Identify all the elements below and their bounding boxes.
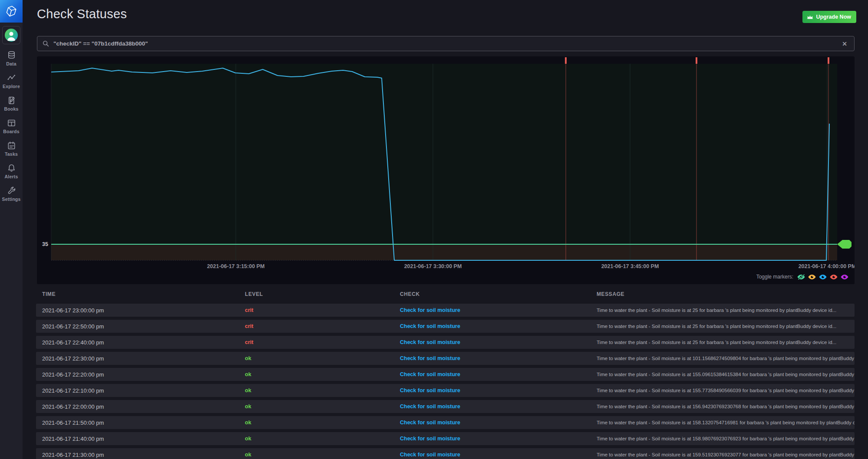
event-message: Time to water the plant - Soil moisture … [597,452,855,457]
event-message: Time to water the plant - Soil moisture … [597,436,855,441]
sidebar-item-label: Alerts [5,174,18,179]
event-message: Time to water the plant - Soil moisture … [597,340,855,345]
event-level-badge: ok [245,403,400,410]
event-message: Time to water the plant - Soil moisture … [597,420,855,425]
sidebar-item-label: Boards [3,129,19,134]
column-header-message: MESSAGE [597,291,855,297]
sidebar-item-label: Tasks [5,151,18,157]
crit-event-marker-tick[interactable] [696,57,697,64]
sidebar-item-books[interactable]: Books [0,95,23,111]
event-level-badge: crit [245,339,400,345]
table-row: 2021-06-17 22:30:00 pmokCheck for soil m… [36,352,855,365]
column-header-check: CHECK [400,291,597,297]
event-level-badge: ok [245,371,400,377]
check-link[interactable]: Check for soil moisture [400,403,597,410]
crown-icon [807,14,813,20]
table-row: 2021-06-17 22:20:00 pmokCheck for soil m… [36,368,855,381]
check-link[interactable]: Check for soil moisture [400,420,597,426]
sidebar-item-tasks[interactable]: Tasks [0,141,23,157]
table-row: 2021-06-17 22:00:00 pmokCheck for soil m… [36,400,855,413]
table-row: 2021-06-17 22:10:00 pmokCheck for soil m… [36,384,855,397]
search-input[interactable]: "checkID" == "07b1cdffda38b000" [53,40,840,47]
table-row: 2021-06-17 21:30:00 pmokCheck for soil m… [36,448,855,459]
event-level-badge: crit [245,323,400,329]
event-message: Time to water the plant - Soil moisture … [597,308,855,313]
x-axis-tick-label: 2021-06-17 4:00:00 PM [799,263,855,269]
check-link[interactable]: Check for soil moisture [400,307,597,313]
event-level-badge: crit [245,307,400,313]
x-axis-tick-label: 2021-06-17 3:15:00 PM [207,263,265,269]
user-avatar[interactable] [2,26,20,44]
sidebar-nav: DataExploreBooksBoardsTasksAlertsSetting… [0,50,23,208]
toggle-markers-label: Toggle markers: [756,274,793,280]
sidebar-item-boards[interactable]: Boards [0,118,23,134]
table-header: TIMELEVELCHECKMESSAGE [36,288,855,301]
search-bar[interactable]: "checkID" == "07b1cdffda38b000" ✕ [37,36,855,51]
sidebar-item-alerts[interactable]: Alerts [0,163,23,179]
ok-marker-eye-icon[interactable] [797,274,805,280]
event-message: Time to water the plant - Soil moisture … [597,372,855,377]
crit-event-marker-tick[interactable] [565,57,567,64]
sidebar-item-explore[interactable]: Explore [0,73,23,89]
event-time: 2021-06-17 22:20:00 pm [42,371,245,378]
event-time: 2021-06-17 22:10:00 pm [42,387,245,394]
threshold-handle[interactable] [837,240,851,249]
event-time: 2021-06-17 21:40:00 pm [42,436,245,442]
upgrade-now-button[interactable]: Upgrade Now [802,11,856,23]
status-history-chart[interactable]: 352021-06-17 3:15:00 PM2021-06-17 3:30:0… [37,56,855,284]
event-time: 2021-06-17 21:50:00 pm [42,420,245,426]
check-statuses-page: { "header": { "title": "Check Statuses",… [0,0,868,459]
table-row: 2021-06-17 22:50:00 pmcritCheck for soil… [36,320,855,333]
event-time: 2021-06-17 22:50:00 pm [42,323,245,330]
graph-line-icon [7,73,17,83]
sidebar-item-data[interactable]: Data [0,50,23,66]
table-row: 2021-06-17 21:40:00 pmokCheck for soil m… [36,432,855,445]
event-time: 2021-06-17 22:40:00 pm [42,339,245,346]
sidebar: DataExploreBooksBoardsTasksAlertsSetting… [0,0,23,459]
check-link[interactable]: Check for soil moisture [400,436,597,442]
event-message: Time to water the plant - Soil moisture … [597,324,855,329]
check-status-chart-panel[interactable]: 352021-06-17 3:15:00 PM2021-06-17 3:30:0… [37,56,855,284]
event-time: 2021-06-17 22:30:00 pm [42,355,245,362]
check-link[interactable]: Check for soil moisture [400,387,597,393]
upgrade-now-label: Upgrade Now [816,14,851,20]
sidebar-item-label: Explore [3,84,20,89]
event-level-badge: ok [245,452,400,458]
dashboard-grid-icon [7,118,17,128]
unknown-marker-eye-icon[interactable] [841,274,848,280]
table-row: 2021-06-17 21:50:00 pmokCheck for soil m… [36,416,855,429]
page-title: Check Statuses [37,7,127,21]
user-avatar-icon [5,29,18,42]
crit-event-marker-tick[interactable] [828,57,829,64]
close-icon[interactable]: ✕ [840,39,849,48]
check-link[interactable]: Check for soil moisture [400,355,597,361]
event-time: 2021-06-17 22:00:00 pm [42,403,245,410]
wrench-icon [7,186,17,196]
check-statuses-table: TIMELEVELCHECKMESSAGE 2021-06-17 23:00:0… [36,288,855,459]
toggle-markers-row: Toggle markers: [756,274,848,280]
sidebar-item-settings[interactable]: Settings [0,186,23,202]
check-link[interactable]: Check for soil moisture [400,452,597,458]
warn-marker-eye-icon[interactable] [808,274,816,280]
sidebar-item-label: Settings [2,197,20,202]
check-link[interactable]: Check for soil moisture [400,371,597,377]
notebook-pencil-icon [7,95,17,105]
event-time: 2021-06-17 23:00:00 pm [42,307,245,314]
y-axis-tick-label: 35 [42,241,48,247]
event-level-badge: ok [245,355,400,361]
sidebar-item-label: Data [6,61,17,66]
search-icon [43,40,49,47]
bell-icon [7,163,17,173]
check-link[interactable]: Check for soil moisture [400,323,597,329]
check-link[interactable]: Check for soil moisture [400,339,597,345]
x-axis-tick-label: 2021-06-17 3:30:00 PM [404,263,462,269]
column-header-time: TIME [42,291,245,297]
plot-area[interactable] [51,64,837,260]
crit-marker-eye-icon[interactable] [830,274,838,280]
event-message: Time to water the plant - Soil moisture … [597,388,855,393]
influxdb-logo-icon [5,5,18,18]
event-message: Time to water the plant - Soil moisture … [597,404,855,409]
info-marker-eye-icon[interactable] [819,274,827,280]
column-header-level: LEVEL [245,291,400,297]
influxdb-logo[interactable] [0,0,23,23]
